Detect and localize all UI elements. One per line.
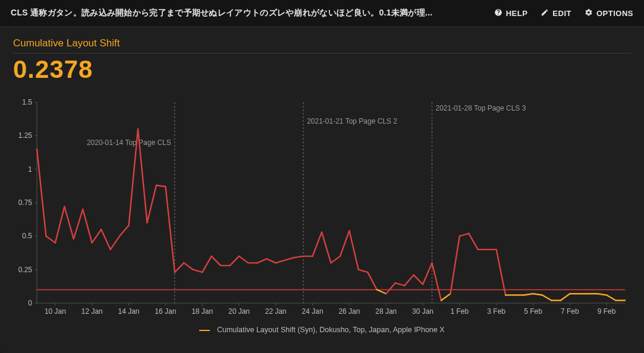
svg-line-62 [101, 229, 110, 250]
gear-icon [585, 8, 593, 18]
svg-text:10 Jan: 10 Jan [45, 307, 66, 316]
help-button[interactable]: HELP [494, 8, 528, 18]
svg-line-64 [120, 225, 128, 236]
svg-line-87 [331, 256, 340, 263]
svg-line-81 [276, 260, 285, 263]
options-label: OPTIONS [596, 9, 633, 18]
svg-text:3 Feb: 3 Feb [487, 307, 505, 316]
svg-text:20 Jan: 20 Jan [228, 307, 250, 316]
svg-text:2020-01-14 Top Page CLS: 2020-01-14 Top Page CLS [87, 138, 171, 147]
svg-text:9 Feb: 9 Feb [598, 307, 616, 316]
edit-label: EDIT [552, 9, 571, 18]
metric-title: Cumulative Layout Shift [13, 37, 631, 49]
legend-swatch-icon [199, 330, 210, 331]
svg-line-97 [423, 263, 432, 285]
help-label: HELP [506, 9, 528, 18]
svg-line-82 [285, 258, 294, 261]
svg-text:0.75: 0.75 [18, 198, 33, 207]
svg-line-76 [230, 256, 239, 266]
svg-text:14 Jan: 14 Jan [118, 307, 140, 316]
svg-line-109 [533, 294, 542, 295]
line-chart: 00.250.50.7511.251.510 Jan12 Jan14 Jan16… [13, 99, 631, 324]
svg-text:2021-01-21 Top Page CLS 2: 2021-01-21 Top Page CLS 2 [307, 117, 397, 125]
card-actions: HELP EDIT OPTIONS [494, 8, 633, 18]
svg-line-55 [37, 149, 46, 236]
svg-line-93 [386, 283, 395, 294]
options-button[interactable]: OPTIONS [585, 8, 633, 18]
svg-line-95 [404, 275, 413, 286]
edit-button[interactable]: EDIT [541, 8, 571, 18]
svg-line-105 [497, 250, 505, 295]
svg-text:16 Jan: 16 Jan [155, 307, 176, 316]
svg-line-68 [156, 185, 165, 187]
svg-line-112 [561, 294, 570, 300]
svg-text:1.5: 1.5 [22, 99, 32, 106]
svg-text:30 Jan: 30 Jan [412, 307, 433, 316]
svg-line-57 [55, 207, 64, 243]
legend-series-label: Cumulative Layout Shift (Syn), Dokusho, … [217, 326, 445, 334]
divider [13, 53, 631, 53]
svg-line-100 [450, 237, 459, 294]
svg-text:28 Jan: 28 Jan [375, 307, 397, 316]
svg-line-116 [598, 294, 607, 295]
svg-line-77 [239, 256, 248, 263]
svg-line-59 [74, 209, 83, 239]
pencil-icon [541, 8, 549, 18]
svg-line-86 [322, 232, 331, 263]
svg-text:7 Feb: 7 Feb [561, 307, 579, 316]
svg-line-79 [257, 259, 266, 263]
svg-line-90 [359, 270, 367, 273]
card-title-text: 通称ガタン。読み込み開始から完了まで予期せぬレイアウトのズレや崩れがないほど良い… [30, 8, 432, 17]
svg-line-71 [184, 263, 193, 270]
svg-line-69 [165, 187, 174, 272]
svg-line-108 [524, 294, 533, 295]
svg-text:0: 0 [28, 299, 32, 307]
svg-line-88 [340, 231, 349, 257]
svg-line-99 [441, 294, 450, 300]
card-title: CLS 通称ガタン。読み込み開始から完了まで予期せぬレイアウトのズレや崩れがない… [11, 8, 482, 18]
svg-line-80 [266, 259, 275, 263]
svg-line-70 [175, 263, 184, 273]
card-title-tag: CLS [11, 8, 28, 17]
widget-card: CLS 通称ガタン。読み込み開始から完了まで予期せぬレイアウトのズレや崩れがない… [0, 0, 644, 353]
metric-value: 0.2378 [13, 56, 631, 83]
svg-text:0.5: 0.5 [22, 232, 32, 241]
svg-text:1 Feb: 1 Feb [451, 307, 469, 316]
svg-line-98 [432, 263, 441, 301]
svg-line-117 [607, 295, 615, 301]
svg-line-67 [147, 185, 156, 223]
svg-line-58 [64, 207, 73, 239]
svg-line-92 [377, 290, 386, 294]
legend: Cumulative Layout Shift (Syn), Dokusho, … [13, 326, 631, 334]
card-header: CLS 通称ガタン。読み込み開始から完了まで予期せぬレイアウトのズレや崩れがない… [0, 0, 644, 27]
svg-line-72 [193, 270, 202, 273]
svg-line-83 [294, 256, 303, 257]
svg-text:26 Jan: 26 Jan [338, 307, 360, 316]
svg-line-110 [542, 295, 551, 301]
svg-line-56 [46, 237, 55, 243]
svg-line-74 [212, 256, 221, 266]
svg-text:1.25: 1.25 [18, 132, 33, 140]
svg-line-85 [313, 232, 322, 257]
svg-text:1: 1 [28, 165, 32, 174]
svg-line-91 [367, 272, 376, 289]
svg-line-102 [469, 234, 477, 250]
help-icon [494, 8, 502, 18]
svg-line-61 [92, 229, 101, 243]
chart-area: 00.250.50.7511.251.510 Jan12 Jan14 Jan16… [13, 99, 631, 324]
svg-line-94 [395, 283, 404, 286]
svg-text:24 Jan: 24 Jan [302, 307, 323, 316]
card-body: Cumulative Layout Shift 0.2378 00.250.50… [0, 27, 644, 339]
svg-text:22 Jan: 22 Jan [265, 307, 287, 316]
svg-text:12 Jan: 12 Jan [81, 307, 103, 316]
svg-line-101 [460, 234, 469, 237]
svg-line-73 [202, 256, 211, 272]
svg-line-63 [111, 237, 120, 250]
svg-text:0.25: 0.25 [18, 266, 33, 274]
svg-line-89 [349, 231, 358, 270]
svg-line-96 [414, 275, 423, 285]
svg-line-60 [83, 209, 92, 242]
svg-text:5 Feb: 5 Feb [524, 307, 542, 316]
svg-text:18 Jan: 18 Jan [191, 307, 213, 316]
svg-text:2021-01-28 Top Page CLS 3: 2021-01-28 Top Page CLS 3 [435, 104, 526, 112]
